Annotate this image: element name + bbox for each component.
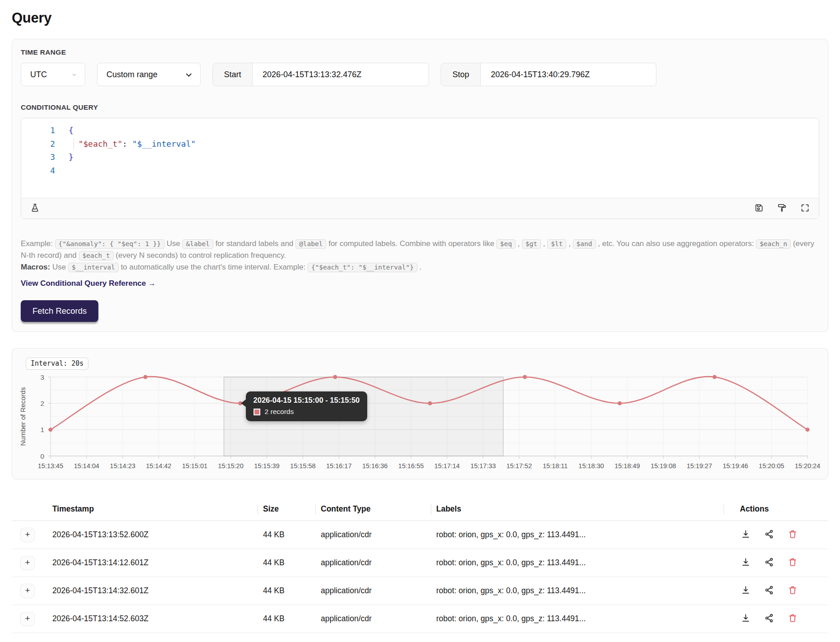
fetch-records-button[interactable]: Fetch Records	[21, 300, 98, 322]
code-line: 2 "$each_t": "$__interval"	[21, 137, 819, 151]
range-preset-value: Custom range	[106, 70, 157, 79]
row-size: 44 KB	[258, 558, 315, 568]
share-button[interactable]	[763, 528, 775, 541]
paint-roller-icon	[777, 203, 787, 214]
row-labels: robot: orion, gps_x: 0.0, gps_z: 113.449…	[431, 558, 724, 568]
timezone-value: UTC	[30, 70, 47, 79]
header-actions: Actions	[724, 498, 827, 521]
help-line-macros: Macros: Use $__interval to automatically…	[21, 261, 819, 273]
download-icon	[741, 585, 751, 596]
help-text-segment: .	[417, 263, 421, 271]
delete-button[interactable]	[787, 612, 798, 625]
svg-text:15:17:52: 15:17:52	[507, 462, 532, 470]
svg-text:15:15:58: 15:15:58	[290, 462, 315, 470]
row-size: 44 KB	[258, 530, 315, 540]
records-chart[interactable]: 15:13:4515:14:0415:14:2315:14:4215:15:01…	[21, 372, 819, 475]
svg-text:15:19:08: 15:19:08	[651, 462, 676, 470]
help-text-segment: Use	[50, 263, 68, 271]
svg-text:15:16:36: 15:16:36	[362, 462, 388, 470]
row-timestamp: 2026-04-15T13:14:32.601Z	[43, 586, 258, 595]
row-content-type: application/cdr	[315, 614, 431, 623]
save-query-button[interactable]	[753, 202, 765, 215]
row-labels: robot: orion, gps_x: 0.0, gps_z: 113.449…	[431, 614, 724, 623]
timezone-select[interactable]: UTC	[21, 63, 85, 86]
help-text-segment: ,	[516, 239, 522, 248]
inline-code-chip: &label	[182, 239, 213, 249]
share-button[interactable]	[763, 556, 775, 569]
row-labels: robot: orion, gps_x: 0.0, gps_z: 113.449…	[431, 586, 724, 595]
test-query-button[interactable]	[29, 202, 41, 215]
help-text-segment: , etc. You can also use aggregation oper…	[596, 239, 756, 248]
tooltip-time-range: 2026-04-15 15:15:00 - 15:15:50	[254, 396, 360, 405]
help-text-segment: ,	[566, 239, 572, 248]
delete-button[interactable]	[787, 528, 798, 541]
plus-icon: +	[25, 530, 30, 540]
download-button[interactable]	[740, 584, 752, 597]
tooltip-value: 2 records	[265, 408, 294, 416]
plus-icon: +	[25, 558, 30, 568]
table-header: Timestamp Size Content Type Labels Actio…	[12, 498, 828, 521]
svg-text:15:15:01: 15:15:01	[182, 462, 207, 470]
download-button[interactable]	[740, 528, 752, 541]
line-number: 1	[21, 124, 55, 137]
svg-text:15:20:05: 15:20:05	[759, 462, 784, 470]
help-text-segment: Example:	[21, 239, 55, 248]
chevron-down-icon	[71, 71, 78, 78]
records-chart-svg: 15:13:4515:14:0415:14:2315:14:4215:15:01…	[21, 372, 819, 475]
help-text-segment: to automatically use the chart's time in…	[119, 263, 308, 271]
share-icon	[764, 585, 774, 596]
svg-text:15:19:27: 15:19:27	[687, 462, 712, 470]
save-icon	[754, 203, 764, 214]
svg-text:15:20:24: 15:20:24	[795, 462, 820, 470]
share-button[interactable]	[763, 584, 775, 597]
download-button[interactable]	[740, 556, 752, 569]
delete-button[interactable]	[787, 556, 798, 569]
svg-text:15:18:11: 15:18:11	[543, 462, 568, 470]
inline-code-chip: @label	[295, 239, 326, 249]
svg-text:15:15:20: 15:15:20	[218, 462, 243, 470]
share-icon	[764, 529, 774, 540]
row-content-type: application/cdr	[315, 586, 431, 595]
expand-row-button[interactable]: +	[20, 556, 35, 570]
inline-code-chip: $each_t	[79, 251, 114, 261]
expand-row-button[interactable]: +	[20, 612, 35, 626]
table-row: + 2026-04-15T13:14:12.601Z 44 KB applica…	[12, 549, 828, 577]
conditional-query-reference-link[interactable]: View Conditional Query Reference →	[21, 278, 156, 289]
expand-row-button[interactable]: +	[20, 584, 35, 598]
share-button[interactable]	[763, 612, 775, 625]
svg-text:15:15:39: 15:15:39	[254, 462, 279, 470]
inline-code-chip: $lt	[547, 239, 566, 249]
help-text-segment: Macros:	[21, 263, 50, 271]
stop-time-input[interactable]: 2026-04-15T13:40:29.796Z	[481, 63, 600, 86]
records-chart-card: Interval: 20s 15:13:4515:14:0415:14:2315…	[12, 348, 828, 479]
download-button[interactable]	[740, 612, 752, 625]
code-editor-area[interactable]: 1{2 "$each_t": "$__interval"3}4	[21, 118, 819, 198]
query-card: TIME RANGE UTC Custom range Start 2026-0…	[12, 39, 828, 332]
code-line: 1{	[21, 124, 819, 137]
inline-code-chip: {"$each_t": "$__interval"}	[308, 263, 417, 272]
table-row: + 2026-04-15T13:13:52.600Z 44 KB applica…	[12, 521, 828, 549]
stop-label: Stop	[441, 63, 481, 86]
flask-icon	[30, 203, 40, 214]
svg-text:15:14:42: 15:14:42	[146, 462, 171, 470]
row-labels: robot: orion, gps_x: 0.0, gps_z: 113.449…	[431, 530, 724, 540]
row-timestamp: 2026-04-15T13:13:52.600Z	[43, 530, 258, 540]
code-line: 3}	[21, 150, 819, 164]
delete-button[interactable]	[787, 584, 798, 597]
format-code-button[interactable]	[776, 202, 788, 215]
row-size: 44 KB	[258, 614, 315, 623]
start-time-input[interactable]: 2026-04-15T13:13:32.476Z	[253, 63, 371, 86]
trash-icon	[788, 529, 798, 540]
share-icon	[764, 557, 774, 568]
chart-tooltip: 2026-04-15 15:15:00 - 15:15:50 2 records	[246, 391, 368, 421]
expand-row-button[interactable]: +	[20, 528, 35, 542]
start-label: Start	[213, 63, 253, 86]
download-icon	[741, 557, 751, 568]
code-text: "$each_t": "$__interval"	[69, 137, 196, 151]
inline-code-chip: $eq	[496, 239, 515, 249]
fullscreen-button[interactable]	[799, 202, 811, 215]
code-text: {	[69, 124, 74, 137]
code-text: }	[69, 150, 74, 164]
help-text-segment: Use	[165, 239, 183, 248]
range-preset-select[interactable]: Custom range	[97, 63, 201, 86]
